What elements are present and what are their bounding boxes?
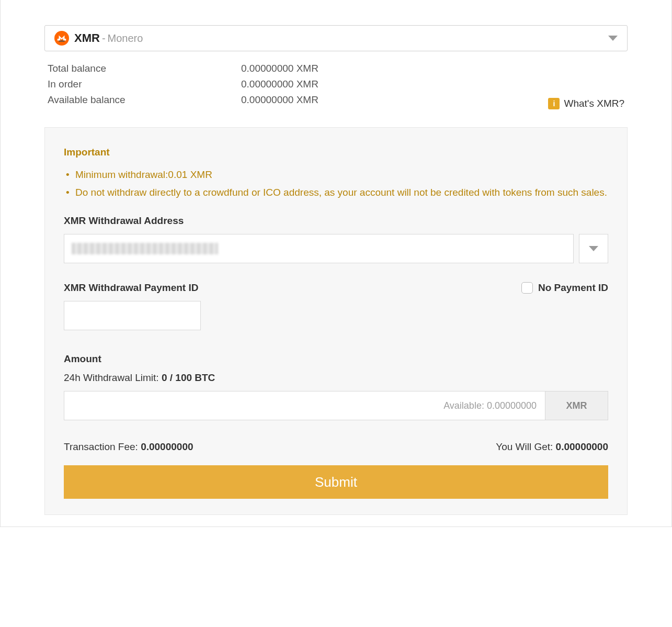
amount-unit: XMR — [545, 391, 608, 420]
in-order-label: In order — [48, 79, 241, 90]
currency-symbol: XMR — [74, 31, 100, 45]
limit-prefix: 24h Withdrawal Limit: — [64, 372, 162, 383]
chevron-down-icon — [608, 36, 618, 41]
get-value: 0.00000000 — [556, 441, 608, 452]
you-will-get: You Will Get: 0.00000000 — [496, 441, 608, 453]
important-item: Do not withdraw directly to a crowdfund … — [64, 185, 608, 200]
redacted-address — [72, 243, 218, 254]
monero-icon — [54, 31, 69, 46]
limit-value: 0 / 100 BTC — [162, 372, 215, 383]
amount-input[interactable] — [64, 391, 545, 420]
info-icon: i — [548, 98, 560, 109]
withdrawal-address-input[interactable] — [64, 234, 574, 263]
important-heading: Important — [64, 147, 608, 158]
get-label: You Will Get: — [496, 441, 555, 452]
amount-label: Amount — [64, 353, 608, 365]
transaction-fee: Transaction Fee: 0.00000000 — [64, 441, 193, 453]
fee-label: Transaction Fee: — [64, 441, 141, 452]
whats-xmr-link[interactable]: i What's XMR? — [548, 98, 624, 109]
currency-selector[interactable]: XMR - Monero — [44, 25, 628, 51]
whats-xmr-text: What's XMR? — [564, 98, 624, 109]
address-label: XMR Withdrawal Address — [64, 215, 608, 227]
important-item: Minimum withdrawal:0.01 XMR — [64, 167, 608, 182]
currency-name-sep: - — [102, 32, 106, 44]
total-balance-label: Total balance — [48, 63, 241, 74]
withdrawal-limit: 24h Withdrawal Limit: 0 / 100 BTC — [64, 372, 608, 384]
no-payment-id-label: No Payment ID — [538, 282, 608, 294]
available-balance-value: 0.00000000 XMR — [241, 94, 318, 106]
withdraw-card: Important Minimum withdrawal:0.01 XMR Do… — [44, 127, 628, 515]
in-order-value: 0.00000000 XMR — [241, 79, 318, 90]
address-dropdown-button[interactable] — [579, 234, 608, 263]
chevron-down-icon — [589, 246, 598, 251]
fee-value: 0.00000000 — [141, 441, 193, 452]
available-balance-label: Available balance — [48, 94, 241, 106]
checkbox-icon[interactable] — [521, 282, 533, 294]
submit-button[interactable]: Submit — [64, 465, 608, 499]
payment-id-input[interactable] — [64, 301, 201, 330]
currency-name: Monero — [108, 32, 143, 44]
total-balance-value: 0.00000000 XMR — [241, 63, 318, 74]
important-list: Minimum withdrawal:0.01 XMR Do not withd… — [64, 167, 608, 199]
no-payment-id-toggle[interactable]: No Payment ID — [521, 282, 608, 294]
payment-id-label: XMR Withdrawal Payment ID — [64, 282, 198, 294]
